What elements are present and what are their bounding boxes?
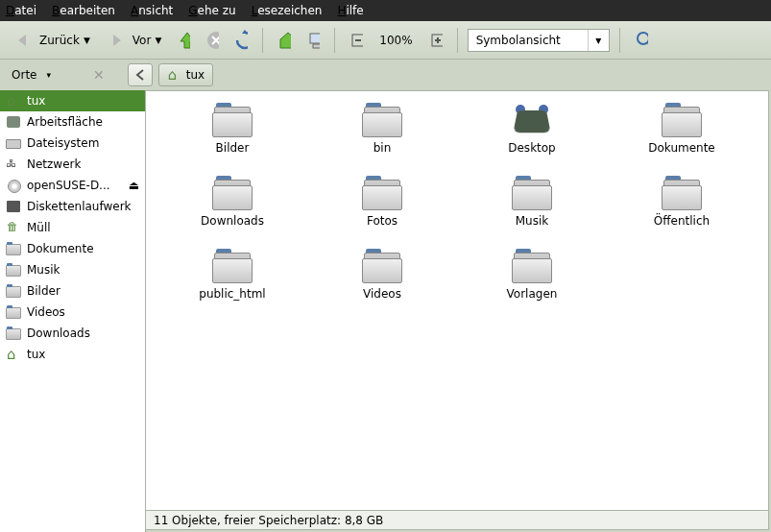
file-label: Dokumente <box>648 141 715 155</box>
file-label: Bilder <box>216 141 250 155</box>
file-item-dokumente[interactable]: Dokumente <box>607 103 757 176</box>
sidebar-item-label: tux <box>27 348 45 361</box>
separator <box>334 28 335 53</box>
menu-lesezeichen[interactable]: Lesezeichen <box>252 4 323 17</box>
search-button[interactable] <box>630 29 653 52</box>
location-bar: Orte ▾ ✕ tux <box>0 60 771 90</box>
sidebar-item-dokumente[interactable]: Dokumente <box>0 238 145 259</box>
sidebar-item-label: Videos <box>27 305 65 319</box>
folder-icon <box>6 284 21 298</box>
sidebar-item-musik[interactable]: Musik <box>0 259 145 280</box>
sidebar-item-müll[interactable]: Müll <box>0 217 145 238</box>
sidebar-item-label: Musik <box>27 263 60 277</box>
arrow-right-icon <box>106 29 129 52</box>
file-item-bin[interactable]: bin <box>307 103 457 176</box>
zoom-out-button[interactable] <box>345 29 368 52</box>
forward-button[interactable]: Vor ▼ <box>101 26 166 55</box>
desktop-icon <box>6 115 21 129</box>
sidebar-item-label: Müll <box>27 221 51 234</box>
file-item-public_html[interactable]: public_html <box>157 249 307 322</box>
file-item-downloads[interactable]: Downloads <box>157 176 307 249</box>
sidebar-item-opensuse-d...[interactable]: openSUSE-D...⏏ <box>0 175 145 196</box>
folder-icon <box>6 326 21 340</box>
sidebar-item-tux[interactable]: tux <box>0 344 145 365</box>
folder-icon <box>362 176 402 210</box>
folder-icon <box>212 176 253 210</box>
zoom-level: 100% <box>373 34 418 47</box>
chevron-down-icon[interactable]: ▾ <box>46 70 51 80</box>
file-label: public_html <box>199 287 265 301</box>
folder-icon <box>512 176 552 210</box>
file-label: Vorlagen <box>507 287 558 301</box>
sidebar-item-label: Dokumente <box>27 242 94 255</box>
view-mode-select[interactable]: Symbolansicht ▾ <box>468 29 610 52</box>
sidebar-item-tux[interactable]: tux <box>0 90 145 111</box>
file-label: Öffentlich <box>654 214 710 228</box>
sidebar-item-label: Arbeitsfläche <box>27 115 103 129</box>
chevron-down-icon: ▼ <box>155 36 161 45</box>
arrow-left-icon <box>12 29 36 52</box>
sidebar-item-label: Dateisystem <box>27 136 99 150</box>
file-label: bin <box>373 141 392 155</box>
menubar: Datei Bearbeiten Ansicht Gehe zu Lesezei… <box>0 0 771 21</box>
file-item-bilder[interactable]: Bilder <box>157 103 307 176</box>
reload-button[interactable] <box>229 29 253 52</box>
main-area: BilderbinDesktopDokumenteDownloadsFotosM… <box>146 90 769 530</box>
file-label: Desktop <box>508 141 556 155</box>
forward-label: Vor <box>133 34 152 47</box>
file-item-fotos[interactable]: Fotos <box>307 176 457 249</box>
places-label: Orte <box>12 68 36 82</box>
folder-icon <box>662 176 702 210</box>
home-icon <box>167 68 182 82</box>
path-segment-tux[interactable]: tux <box>158 63 213 86</box>
computer-button[interactable] <box>301 29 325 52</box>
toolbar: Zurück ▼ Vor ▼ 100% Symbolansicht ▾ <box>0 21 771 60</box>
folder-icon <box>212 103 253 137</box>
up-button[interactable] <box>172 29 195 52</box>
file-item-videos[interactable]: Videos <box>307 249 457 322</box>
folder-icon <box>6 305 21 319</box>
chevron-down-icon: ▼ <box>84 36 90 45</box>
close-panel-button[interactable]: ✕ <box>93 67 105 83</box>
svg-point-8 <box>638 33 648 44</box>
home-button[interactable] <box>273 29 296 52</box>
back-label: Zurück <box>39 34 80 47</box>
separator <box>262 28 263 53</box>
file-item-desktop[interactable]: Desktop <box>457 103 607 176</box>
sidebar-item-dateisystem[interactable]: Dateisystem <box>0 133 145 154</box>
menu-ansicht[interactable]: Ansicht <box>131 4 173 17</box>
path-label: tux <box>186 68 205 82</box>
sidebar-item-label: Diskettenlaufwerk <box>27 200 132 213</box>
menu-bearbeiten[interactable]: Bearbeiten <box>52 4 115 17</box>
sidebar-item-label: Downloads <box>27 326 90 340</box>
file-item-vorlagen[interactable]: Vorlagen <box>457 249 607 322</box>
path-back-button[interactable] <box>128 63 153 86</box>
stop-button[interactable] <box>201 29 224 52</box>
sidebar-item-videos[interactable]: Videos <box>0 302 145 323</box>
sidebar-item-bilder[interactable]: Bilder <box>0 280 145 302</box>
sidebar-item-arbeitsfläche[interactable]: Arbeitsfläche <box>0 111 145 133</box>
icon-view[interactable]: BilderbinDesktopDokumenteDownloadsFotosM… <box>146 91 768 510</box>
file-item-öffentlich[interactable]: Öffentlich <box>607 176 757 249</box>
chevron-down-icon: ▾ <box>588 30 609 51</box>
sidebar-item-label: tux <box>27 94 45 108</box>
file-label: Fotos <box>367 214 398 228</box>
view-mode-label: Symbolansicht <box>469 34 588 47</box>
menu-hilfe[interactable]: Hilfe <box>337 4 363 17</box>
menu-datei[interactable]: Datei <box>6 4 36 17</box>
folder-icon <box>362 103 402 137</box>
status-bar: 11 Objekte, freier Speicherplatz: 8,8 GB <box>146 510 768 529</box>
eject-icon[interactable]: ⏏ <box>129 179 139 192</box>
back-button[interactable]: Zurück ▼ <box>8 26 95 55</box>
menu-gehezu[interactable]: Gehe zu <box>188 4 235 17</box>
file-label: Videos <box>363 287 401 301</box>
sidebar-item-downloads[interactable]: Downloads <box>0 323 145 344</box>
sidebar-item-netzwerk[interactable]: Netzwerk <box>0 154 145 175</box>
file-item-musik[interactable]: Musik <box>457 176 607 249</box>
panel-label: Orte ▾ <box>8 68 87 82</box>
svg-rect-1 <box>310 34 320 43</box>
zoom-in-button[interactable] <box>424 29 447 52</box>
home-icon <box>6 348 21 361</box>
sidebar-item-diskettenlaufwerk[interactable]: Diskettenlaufwerk <box>0 196 145 217</box>
home-icon <box>6 94 21 108</box>
